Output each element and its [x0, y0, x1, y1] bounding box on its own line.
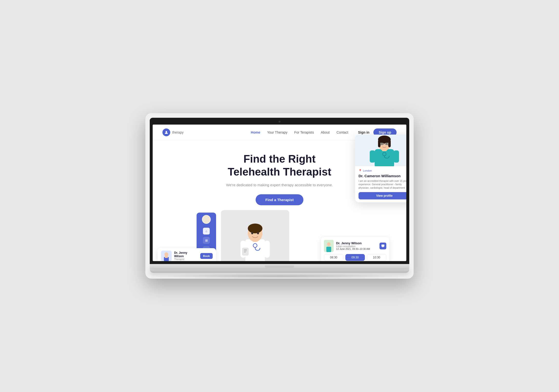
appt-doctor-name: Dr. Jenny Wilson: [336, 241, 377, 245]
appt-consultation-type: Initial consultation: [336, 245, 377, 248]
mini-info: Dr. Jenny Wilson Therapist: [174, 251, 198, 261]
find-therapist-button[interactable]: Find a Therapist: [256, 194, 303, 205]
hero-title-line2: Telehealth Therapist: [228, 166, 331, 178]
doctor-mini-card: Dr. Jenny Wilson Therapist Book: [158, 248, 216, 261]
svg-rect-25: [375, 149, 394, 166]
svg-point-10: [257, 232, 259, 234]
app-home-icon[interactable]: ⌂: [203, 228, 210, 235]
mini-avatar: [161, 251, 172, 261]
svg-rect-13: [244, 249, 247, 250]
svg-point-36: [381, 143, 383, 144]
view-profile-button[interactable]: View profile: [359, 192, 406, 199]
doctor-description: I am an accredited therapist with over 1…: [359, 179, 406, 190]
svg-point-37: [386, 143, 388, 144]
app-avatar-area: [197, 213, 216, 226]
appt-avatar: [324, 240, 334, 252]
location-pin-icon: 📍: [359, 169, 362, 172]
book-button[interactable]: Book: [200, 253, 213, 259]
svg-rect-5: [264, 241, 270, 258]
svg-rect-27: [394, 150, 399, 163]
hero-title-line1: Find the Right: [243, 153, 316, 165]
doctor-card-image: [355, 135, 406, 166]
laptop-container: therapy Home Your Therapy For Terapists …: [145, 113, 414, 279]
time-slots: 08:30 09:30 10:30: [324, 254, 386, 261]
laptop-screen-bezel: therapy Home Your Therapy For Terapists …: [150, 118, 409, 264]
doctor-photo-center: [221, 210, 289, 261]
doctor-profile-card: 📍 London Dr. Cameron Williamson I am an …: [355, 135, 406, 202]
appointment-card: Dr. Jenny Wilson Initial consultation 13…: [321, 237, 389, 261]
logo-icon: [162, 128, 170, 136]
time-slot-0930[interactable]: 09:30: [345, 254, 365, 261]
laptop-base: [150, 264, 409, 269]
doctor-name-card: Dr. Cameron Williamson: [359, 174, 406, 178]
appt-chat-icon[interactable]: [379, 243, 386, 249]
svg-point-0: [166, 131, 167, 132]
time-slot-1030[interactable]: 10:30: [367, 254, 386, 261]
laptop-camera: [279, 121, 280, 123]
svg-rect-32: [388, 140, 391, 147]
mini-doctor-name: Dr. Jenny Wilson: [174, 251, 198, 258]
app-calendar-icon[interactable]: ▦: [203, 237, 210, 244]
svg-rect-19: [165, 256, 168, 258]
svg-rect-23: [381, 245, 384, 247]
doctor-photo-inner: [221, 210, 289, 261]
laptop-screen: therapy Home Your Therapy For Terapists …: [153, 125, 406, 261]
laptop-foot: [150, 269, 409, 273]
svg-rect-31: [378, 140, 380, 147]
svg-point-8: [248, 224, 262, 233]
svg-rect-15: [244, 252, 246, 252]
nav-links: Home Your Therapy For Terapists About Co…: [251, 130, 348, 134]
signin-button[interactable]: Sign in: [358, 130, 369, 134]
nav-link-home[interactable]: Home: [251, 130, 260, 134]
svg-point-21: [327, 242, 330, 246]
svg-rect-12: [242, 248, 248, 255]
appt-doctor-row: Dr. Jenny Wilson Initial consultation 13…: [324, 240, 386, 252]
appt-doctor-info: Dr. Jenny Wilson Initial consultation 13…: [336, 241, 377, 250]
appt-date: 13 June 2021, 09:30–10:30 AM: [336, 248, 377, 250]
time-slot-0830[interactable]: 08:30: [324, 254, 343, 261]
svg-rect-14: [244, 251, 247, 251]
nav-logo: therapy: [162, 128, 184, 136]
nav-link-contact[interactable]: Contact: [337, 130, 348, 134]
logo-text: therapy: [172, 130, 184, 134]
app-avatar: [202, 215, 211, 224]
laptop-notch: [265, 265, 294, 268]
doctor-svg: [221, 210, 289, 261]
location-text: London: [363, 169, 372, 172]
svg-rect-22: [326, 247, 331, 252]
mini-doctor-role: Therapist: [174, 258, 198, 261]
svg-point-9: [251, 232, 253, 234]
nav-link-your-therapy[interactable]: Your Therapy: [267, 130, 287, 134]
nav-link-about[interactable]: About: [321, 130, 330, 134]
doctor-card-info: 📍 London Dr. Cameron Williamson I am an …: [355, 166, 406, 202]
doctor-location: 📍 London: [359, 169, 406, 172]
svg-rect-26: [370, 150, 375, 163]
hero-illustrations: ⌂ ▦ ✉ ▶ ☰ 👤: [153, 213, 406, 261]
laptop-shadow: [150, 274, 409, 279]
nav-link-for-therapists[interactable]: For Terapists: [294, 130, 314, 134]
